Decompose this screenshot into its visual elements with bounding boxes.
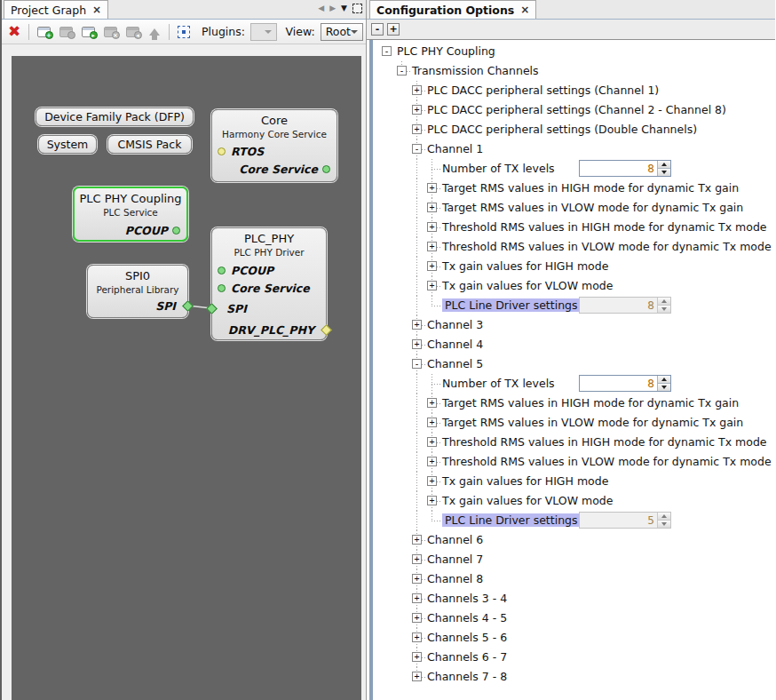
expand-node-icon[interactable]: + (427, 203, 437, 212)
plugins-dropdown[interactable] (250, 23, 277, 41)
close-tab-icon[interactable]: × (92, 4, 101, 15)
expand-node-icon[interactable]: + (412, 85, 422, 95)
tree-node-row[interactable]: -Transmission Channels (373, 61, 775, 81)
tree-node-row[interactable]: +Target RMS values in HIGH mode for dyna… (373, 394, 775, 413)
tree-node-row[interactable]: +Tx gain values for HIGH mode (373, 257, 775, 276)
expand-node-icon[interactable]: + (427, 242, 437, 251)
port-circle-icon[interactable] (322, 165, 330, 173)
expand-node-icon[interactable]: + (412, 593, 422, 603)
tree-node-row[interactable]: +Channels 5 - 6 (373, 628, 775, 648)
tab-list-icon[interactable]: ▼ (341, 3, 347, 13)
scroll-tabs-left-icon[interactable]: ◀ (318, 3, 324, 13)
tree-node-row[interactable]: +Target RMS values in VLOW mode for dyna… (373, 413, 775, 433)
expand-node-icon[interactable]: + (427, 398, 437, 408)
expand-node-icon[interactable]: + (427, 457, 437, 466)
port-circle-icon[interactable] (218, 284, 226, 292)
add-window-button[interactable]: + (34, 22, 53, 42)
import-graph-button[interactable]: ▸ (78, 22, 98, 42)
spinner-down-icon[interactable] (658, 169, 670, 176)
tree-node-row[interactable]: +PLC DACC peripheral settings (Double Ch… (373, 120, 775, 139)
expand-node-icon[interactable]: + (427, 222, 437, 232)
tree-node-row[interactable]: -Channel 1 (373, 139, 775, 159)
port-circle-icon[interactable] (218, 266, 226, 274)
expand-node-icon[interactable]: + (412, 320, 422, 330)
spinner-down-icon[interactable] (658, 384, 670, 391)
remove-window-button[interactable] (56, 22, 75, 42)
collapse-node-icon[interactable]: - (397, 66, 407, 76)
project-graph-canvas[interactable]: Device Family Pack (DFP)SystemCMSIS Pack… (12, 56, 361, 700)
graph-node-chip[interactable]: System (38, 135, 97, 154)
tree-node-row[interactable]: +Channels 6 - 7 (373, 648, 775, 667)
value-spinner[interactable]: 8 (579, 160, 671, 177)
tree-node-row[interactable]: +Threshold RMS values in VLOW mode for d… (373, 452, 775, 472)
graph-node-chip[interactable]: Device Family Pack (DFP) (36, 107, 194, 126)
expand-node-icon[interactable]: + (427, 281, 437, 290)
collapse-node-icon[interactable]: - (412, 359, 422, 369)
tree-node-row[interactable]: +PLC DACC peripheral settings (Channel 1… (373, 81, 775, 100)
tree-node-row[interactable]: +Tx gain values for VLOW mode (373, 491, 775, 511)
tree-node-row[interactable]: +Channels 4 - 5 (373, 609, 775, 628)
graph-node-module[interactable]: SPI0Peripheral LibrarySPI (87, 265, 188, 318)
maximize-icon[interactable] (352, 4, 362, 13)
fit-to-view-button[interactable] (174, 22, 194, 42)
graph-node-module[interactable]: CoreHarmony Core ServiceRTOSCore Service (211, 109, 337, 182)
tree-node-row[interactable]: +Channels 7 - 8 (373, 667, 775, 687)
expand-node-icon[interactable]: + (427, 261, 437, 271)
expand-node-icon[interactable]: + (412, 652, 422, 662)
remove-component-button[interactable]: ✖ (4, 22, 24, 42)
tree-node-row[interactable]: +PLC DACC peripheral settings (Channel 2… (373, 100, 775, 120)
collapse-node-icon[interactable]: - (382, 46, 392, 56)
spinner-value[interactable]: 8 (580, 376, 657, 391)
expand-node-icon[interactable]: + (412, 554, 422, 564)
expand-node-icon[interactable]: + (412, 613, 422, 623)
tree-node-row[interactable]: +Threshold RMS values in HIGH mode for d… (373, 433, 775, 452)
tree-node-row[interactable]: +Channels 3 - 4 (373, 589, 775, 609)
tree-node-row[interactable]: +Channel 8 (373, 569, 775, 589)
tab-configuration-options[interactable]: Configuration Options × (369, 0, 536, 19)
tree-setting-row[interactable]: Number of TX levels8 (373, 374, 775, 394)
expand-node-icon[interactable]: + (412, 672, 422, 681)
tree-setting-row[interactable]: Number of TX levels8 (373, 159, 775, 179)
port-circle-icon[interactable] (172, 227, 180, 235)
tree-node-row[interactable]: +Threshold RMS values in HIGH mode for d… (373, 218, 775, 237)
tree-node-row[interactable]: +Tx gain values for VLOW mode (373, 276, 775, 296)
restore-window-button[interactable]: ◂ (123, 22, 142, 42)
expand-node-icon[interactable]: + (427, 418, 437, 427)
tree-node-row[interactable]: +Tx gain values for HIGH mode (373, 472, 775, 491)
tree-node-row[interactable]: -Channel 5 (373, 354, 775, 374)
graph-node-chip[interactable]: CMSIS Pack (107, 135, 192, 154)
expand-node-icon[interactable]: + (412, 574, 422, 584)
expand-node-icon[interactable]: + (412, 339, 422, 349)
close-tab-icon[interactable]: × (520, 4, 529, 15)
expand-node-icon[interactable]: + (412, 105, 422, 115)
view-dropdown[interactable]: Root (321, 23, 363, 41)
tab-project-graph[interactable]: Project Graph × (4, 0, 108, 19)
collapse-all-button[interactable]: - (371, 23, 384, 36)
value-spinner[interactable]: 8 (579, 375, 671, 392)
tree-node-row[interactable]: -PLC PHY Coupling (373, 42, 775, 61)
tree-node-row[interactable]: +Channel 7 (373, 550, 775, 569)
tree-node-row[interactable]: +Channel 3 (373, 315, 775, 335)
graph-node-module[interactable]: PLC PHY CouplingPLC ServicePCOUP (73, 187, 188, 242)
expand-node-icon[interactable]: + (412, 632, 422, 642)
tree-node-row[interactable]: +Target RMS values in VLOW mode for dyna… (373, 198, 775, 218)
expand-node-icon[interactable]: + (427, 437, 437, 447)
collapse-node-icon[interactable]: - (412, 144, 422, 154)
tree-node-row[interactable]: +Channel 6 (373, 530, 775, 550)
expand-node-icon[interactable]: + (427, 183, 437, 193)
move-up-button[interactable] (145, 22, 164, 42)
graph-node-module[interactable]: PLC_PHYPLC PHY DriverPCOUPCore ServiceSP… (211, 227, 327, 340)
expand-node-icon[interactable]: + (427, 476, 437, 486)
port-circle-icon[interactable] (218, 147, 226, 155)
tree-node-row[interactable]: +Target RMS values in HIGH mode for dyna… (373, 179, 775, 198)
tree-setting-row[interactable]: PLC Line Driver settings8 (373, 296, 775, 315)
spinner-up-icon[interactable] (658, 376, 670, 384)
export-graph-button[interactable]: × (100, 22, 120, 42)
spinner-value[interactable]: 8 (580, 161, 657, 176)
tree-node-row[interactable]: +Threshold RMS values in VLOW mode for d… (373, 237, 775, 257)
scroll-tabs-right-icon[interactable]: ▶ (329, 3, 336, 13)
tree-node-row[interactable]: +Channel 4 (373, 335, 775, 354)
expand-all-button[interactable]: + (387, 23, 400, 36)
spinner-up-icon[interactable] (658, 161, 670, 169)
expand-node-icon[interactable]: + (427, 496, 437, 505)
